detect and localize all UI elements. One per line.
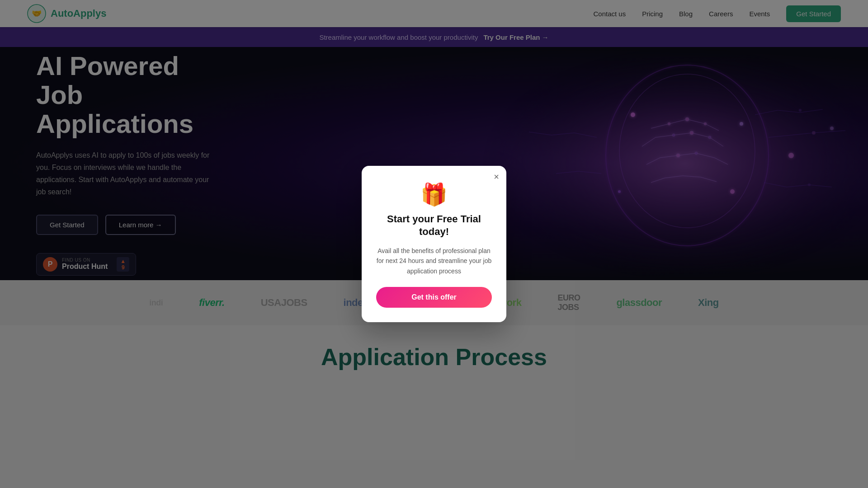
modal-overlay[interactable]: × 🎁 Start your Free Trial today! Avail a… [0,0,868,488]
modal-get-offer-button[interactable]: Get this offer [376,287,492,308]
modal-description: Avail all the benefits of professional p… [376,246,492,276]
free-trial-modal: × 🎁 Start your Free Trial today! Avail a… [362,166,506,322]
modal-close-button[interactable]: × [494,172,499,181]
modal-title: Start your Free Trial today! [376,213,492,239]
gift-icon: 🎁 [376,182,492,207]
